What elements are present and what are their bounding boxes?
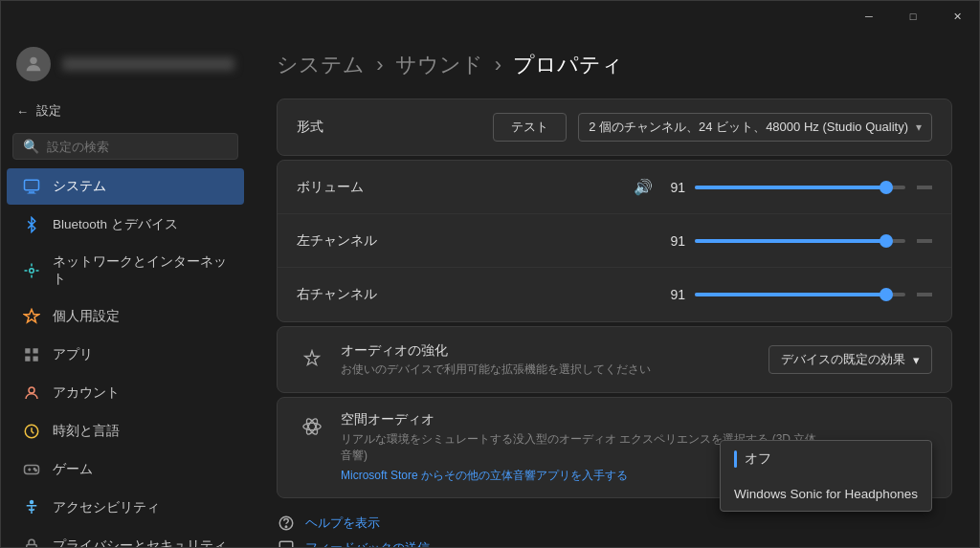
bluetooth-icon bbox=[22, 215, 41, 234]
search-box[interactable]: 🔍 bbox=[12, 133, 238, 160]
back-label: 設定 bbox=[36, 102, 61, 120]
sidebar-item-accessibility[interactable]: アクセシビリティ bbox=[7, 490, 244, 526]
enhancement-text: オーディオの強化 お使いのデバイスで利用可能な拡張機能を選択してください bbox=[341, 342, 651, 378]
sidebar-item-system[interactable]: システム bbox=[7, 168, 244, 205]
left-channel-label: 左チャンネル bbox=[297, 232, 412, 250]
apps-icon bbox=[22, 345, 41, 364]
breadcrumb-sep-2: › bbox=[495, 53, 507, 77]
svg-point-18 bbox=[303, 423, 321, 429]
svg-rect-1 bbox=[25, 180, 39, 190]
spatial-title: 空間オーディオ bbox=[341, 411, 819, 428]
spatial-row: 空間オーディオ リアルな環境をシミュレートする没入型のオーディオ エクスペリエン… bbox=[278, 398, 951, 497]
volume-slider-row: 🔊 91 bbox=[634, 178, 932, 196]
sidebar-item-account[interactable]: アカウント bbox=[7, 375, 244, 411]
sidebar: ← 設定 🔍 システム Bluetooth とデバイス bbox=[1, 32, 250, 547]
time-icon bbox=[22, 422, 41, 441]
sidebar-item-bluetooth[interactable]: Bluetooth とデバイス bbox=[7, 207, 244, 243]
enhancement-subtitle: お使いのデバイスで利用可能な拡張機能を選択してください bbox=[341, 362, 651, 378]
format-value: 2 個のチャンネル、24 ビット、48000 Hz (Studio Qualit… bbox=[589, 119, 908, 136]
footer-links: ヘルプを表示 フィードバックの送信 bbox=[277, 514, 952, 547]
effect-value: デバイスの既定の効果 bbox=[781, 351, 905, 368]
sidebar-item-label-system: システム bbox=[53, 178, 106, 195]
volume-icon: 🔊 bbox=[634, 178, 653, 196]
sidebar-header bbox=[1, 39, 250, 97]
sidebar-item-label-accessibility: アクセシビリティ bbox=[53, 499, 160, 516]
sidebar-item-privacy[interactable]: プライバシーとセキュリティ bbox=[7, 528, 244, 547]
format-card: 形式 テスト 2 個のチャンネル、24 ビット、48000 Hz (Studio… bbox=[277, 99, 952, 156]
sidebar-item-label-network: ネットワークとインターネット bbox=[53, 253, 229, 288]
personal-icon bbox=[22, 307, 41, 326]
network-icon bbox=[22, 261, 41, 280]
privacy-icon bbox=[22, 537, 41, 547]
spatial-icon bbox=[297, 411, 327, 442]
help-label: ヘルプを表示 bbox=[305, 515, 380, 532]
format-label: 形式 bbox=[297, 119, 412, 136]
settings-window: ─ □ ✕ ← 設定 🔍 bbox=[0, 0, 980, 548]
sidebar-item-network[interactable]: ネットワークとインターネット bbox=[7, 245, 244, 296]
sidebar-item-gaming[interactable]: ゲーム bbox=[7, 451, 244, 488]
breadcrumb-part-1: システム bbox=[277, 53, 365, 77]
volume-slider[interactable] bbox=[695, 186, 905, 189]
gaming-icon bbox=[22, 460, 41, 479]
close-button[interactable]: ✕ bbox=[935, 1, 979, 32]
svg-point-9 bbox=[29, 387, 34, 393]
back-button[interactable]: ← 設定 bbox=[1, 97, 250, 125]
help-link[interactable]: ヘルプを表示 bbox=[277, 514, 952, 533]
back-arrow-icon: ← bbox=[16, 104, 29, 119]
sidebar-item-label-account: アカウント bbox=[53, 384, 120, 402]
sidebar-item-personal[interactable]: 個人用設定 bbox=[7, 298, 244, 335]
enhancement-row: オーディオの強化 お使いのデバイスで利用可能な拡張機能を選択してください デバイ… bbox=[278, 327, 951, 392]
right-channel-slider-end bbox=[917, 293, 932, 296]
svg-point-16 bbox=[31, 501, 33, 504]
format-dropdown[interactable]: 2 個のチャンネル、24 ビット、48000 Hz (Studio Qualit… bbox=[578, 113, 932, 142]
feedback-icon bbox=[277, 538, 296, 547]
sidebar-item-apps[interactable]: アプリ bbox=[7, 337, 244, 373]
svg-rect-8 bbox=[33, 357, 38, 362]
volume-slider-end bbox=[917, 186, 932, 189]
enhancement-title: オーディオの強化 bbox=[341, 342, 651, 360]
sidebar-item-label-gaming: ゲーム bbox=[53, 461, 93, 478]
spatial-card: 空間オーディオ リアルな環境をシミュレートする没入型のオーディオ エクスペリエン… bbox=[277, 397, 952, 498]
feedback-link[interactable]: フィードバックの送信 bbox=[277, 538, 952, 547]
left-channel-slider-end bbox=[917, 239, 932, 243]
right-channel-slider-row: 91 bbox=[662, 287, 932, 302]
help-icon bbox=[277, 514, 296, 533]
svg-rect-2 bbox=[29, 191, 34, 193]
left-channel-value: 91 bbox=[662, 233, 685, 249]
svg-rect-17 bbox=[27, 545, 37, 548]
spatial-option-off-label: オフ bbox=[745, 450, 771, 468]
sidebar-item-time[interactable]: 時刻と言語 bbox=[7, 413, 244, 449]
volume-row: ボリューム 🔊 91 bbox=[278, 161, 951, 214]
right-channel-slider[interactable] bbox=[695, 293, 905, 296]
left-channel-row: 左チャンネル 91 bbox=[278, 214, 951, 268]
maximize-button[interactable]: □ bbox=[891, 1, 935, 32]
right-channel-label: 右チャンネル bbox=[297, 286, 412, 303]
search-input[interactable] bbox=[47, 140, 228, 154]
left-channel-slider[interactable] bbox=[695, 239, 905, 243]
svg-rect-5 bbox=[25, 348, 30, 353]
spatial-option-off[interactable]: オフ bbox=[721, 441, 931, 477]
effect-dropdown[interactable]: デバイスの既定の効果 ▾ bbox=[768, 345, 932, 374]
breadcrumb-part-2: サウンド bbox=[395, 53, 483, 77]
svg-rect-7 bbox=[25, 357, 30, 362]
spatial-option-sonic[interactable]: Windows Sonic for Headphones bbox=[721, 477, 931, 511]
svg-rect-3 bbox=[28, 193, 36, 194]
system-icon bbox=[22, 177, 41, 196]
right-channel-row: 右チャンネル 91 bbox=[278, 268, 951, 321]
selected-indicator bbox=[734, 450, 737, 468]
svg-rect-6 bbox=[33, 348, 38, 353]
enhancement-card: オーディオの強化 お使いのデバイスで利用可能な拡張機能を選択してください デバイ… bbox=[277, 326, 952, 393]
enhancement-icon bbox=[297, 344, 327, 375]
svg-point-0 bbox=[30, 57, 36, 64]
spatial-dropdown[interactable]: オフ Windows Sonic for Headphones bbox=[720, 440, 932, 512]
format-row: 形式 テスト 2 個のチャンネル、24 ビット、48000 Hz (Studio… bbox=[278, 99, 951, 155]
volume-card: ボリューム 🔊 91 左チャンネル 91 bbox=[277, 160, 952, 322]
test-button[interactable]: テスト bbox=[493, 113, 567, 142]
breadcrumb-sep-1: › bbox=[376, 53, 389, 77]
sidebar-item-label-apps: アプリ bbox=[53, 346, 93, 363]
breadcrumb: システム › サウンド › プロパティ bbox=[277, 51, 952, 79]
minimize-button[interactable]: ─ bbox=[847, 1, 891, 32]
username bbox=[62, 57, 234, 71]
sidebar-item-label-privacy: プライバシーとセキュリティ bbox=[53, 537, 227, 547]
svg-point-15 bbox=[35, 470, 37, 471]
